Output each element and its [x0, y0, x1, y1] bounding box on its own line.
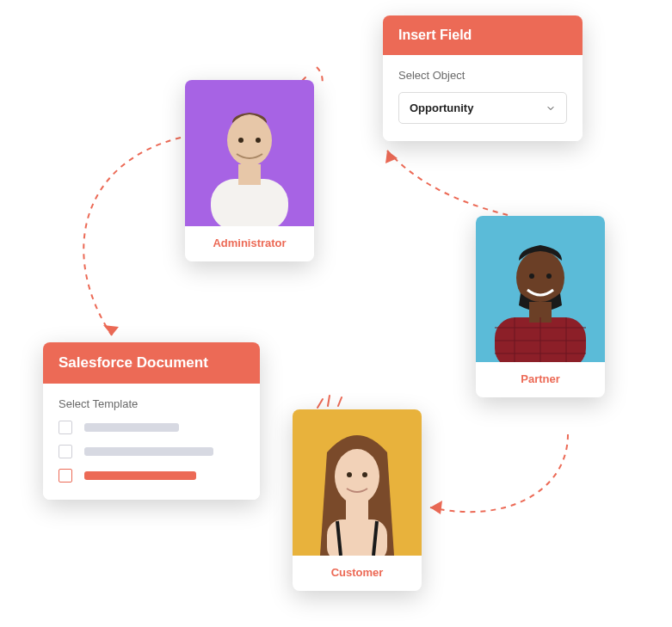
avatar	[293, 409, 422, 556]
svg-point-17	[546, 274, 552, 279]
svg-rect-9	[211, 179, 288, 226]
svg-line-6	[328, 396, 330, 406]
svg-point-16	[529, 274, 534, 279]
template-option-selected[interactable]	[59, 469, 244, 483]
svg-point-27	[347, 472, 352, 477]
persona-label: Partner	[476, 362, 605, 397]
persona-partner: Partner	[476, 216, 605, 397]
checkbox-icon	[59, 469, 72, 483]
placeholder-bar	[84, 471, 196, 480]
template-option[interactable]	[59, 421, 244, 434]
checkbox-icon	[59, 421, 72, 434]
persona-label: Customer	[293, 556, 422, 591]
panel-title: Salesforce Document	[43, 342, 260, 384]
persona-administrator: Administrator	[185, 80, 314, 261]
svg-line-7	[338, 397, 342, 406]
chevron-down-icon	[546, 103, 556, 114]
svg-rect-25	[346, 499, 368, 523]
object-select-value: Opportunity	[410, 101, 473, 114]
svg-point-12	[256, 138, 261, 143]
persona-customer: Customer	[293, 409, 422, 591]
template-option[interactable]	[59, 445, 244, 458]
persona-label: Administrator	[185, 226, 314, 261]
svg-marker-1	[385, 151, 398, 163]
placeholder-bar	[84, 423, 179, 432]
svg-marker-0	[103, 325, 119, 335]
select-object-label: Select Object	[398, 69, 567, 82]
insert-field-panel: Insert Field Select Object Opportunity	[383, 15, 583, 141]
avatar	[476, 216, 605, 362]
select-template-label: Select Template	[59, 397, 244, 410]
panel-title: Insert Field	[383, 15, 583, 55]
placeholder-bar	[84, 447, 213, 456]
svg-line-5	[318, 399, 323, 408]
salesforce-document-panel: Salesforce Document Select Template	[43, 342, 260, 500]
object-select[interactable]: Opportunity	[398, 92, 567, 124]
svg-rect-10	[238, 164, 261, 185]
svg-marker-2	[430, 501, 442, 514]
avatar	[185, 80, 314, 226]
checkbox-icon	[59, 445, 72, 458]
svg-point-11	[238, 138, 244, 143]
svg-point-24	[335, 449, 379, 504]
svg-point-28	[362, 472, 367, 477]
